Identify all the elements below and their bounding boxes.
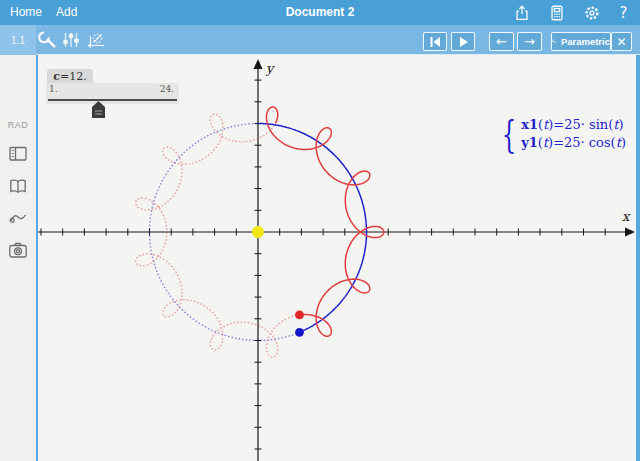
angle-mode-indicator[interactable]: RAD (0, 120, 36, 130)
equation-x1y1[interactable]: { x1(t)=25· sin(t) y1(t)=25· cos(t) (497, 116, 626, 152)
slider-track[interactable] (48, 99, 177, 101)
parametric-mode-label: Parametric (561, 36, 610, 47)
camera-icon[interactable] (8, 241, 28, 261)
y-axis-label: y (265, 61, 275, 76)
skip-back-button[interactable] (423, 32, 447, 51)
parametric-mode-button[interactable]: Parametric (551, 32, 611, 51)
trace-point-origin[interactable] (252, 226, 264, 238)
equation-y1: y1(t)=25· cos(t) (521, 134, 626, 152)
x-axis-arrow-icon (625, 228, 635, 237)
y-axis-arrow-icon (254, 59, 263, 69)
slider-handle[interactable] (92, 101, 105, 118)
calculator-icon[interactable] (547, 3, 566, 22)
settings-gear-icon[interactable] (582, 3, 601, 22)
wrench-icon-small (552, 36, 557, 47)
curve-x2y2-preview[interactable] (136, 114, 300, 357)
x-axis-label: x (622, 209, 631, 224)
equation-x1: x1(t)=25· sin(t) (521, 116, 626, 134)
page-sorter-icon[interactable] (8, 145, 28, 165)
play-button[interactable] (451, 32, 475, 51)
slider-variable-label[interactable]: c =12. (47, 69, 93, 84)
help-icon[interactable]: ? (614, 3, 633, 22)
graphs-toolbar: 1.1 (0, 25, 640, 55)
slider-max-label: 24. (160, 84, 174, 94)
trace-point-x1,y1[interactable] (295, 328, 304, 337)
back-arrow-button[interactable]: ← (489, 32, 514, 51)
page-tab[interactable]: 1.1 (0, 25, 36, 55)
wrench-icon[interactable] (38, 30, 58, 50)
forward-arrow-button[interactable]: → (517, 32, 542, 51)
close-button[interactable]: ✕ (611, 32, 632, 51)
trace-point-x2,y2[interactable] (295, 311, 304, 320)
graph-pane[interactable]: x y { x1(t)=25· sin(t) y1(t)=25· cos(t) … (38, 55, 636, 461)
equation-brace: { (502, 116, 517, 152)
slider-min-label: 1. (49, 84, 58, 94)
curve-x1y1[interactable] (258, 124, 367, 333)
sliders-icon[interactable] (61, 30, 81, 50)
pane-right-border (636, 55, 640, 461)
left-sidebar: RAD (0, 55, 38, 461)
slider[interactable]: 1. 24. (46, 83, 179, 104)
graph-tools-icon[interactable] (86, 30, 106, 50)
book-icon[interactable] (8, 177, 28, 197)
top-bar: Home Add Document 2 ? (0, 0, 640, 25)
document-title[interactable]: Document 2 (0, 0, 640, 25)
utilities-icon[interactable] (8, 208, 28, 228)
share-icon[interactable] (512, 3, 531, 22)
